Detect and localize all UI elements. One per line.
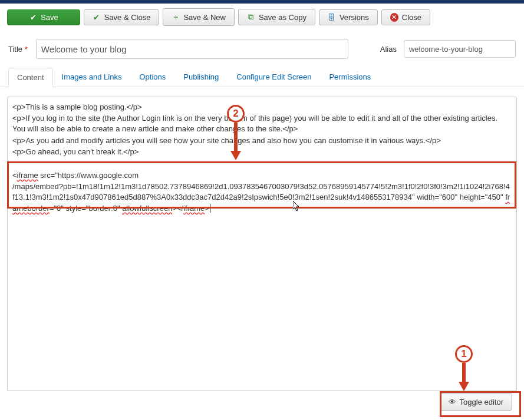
annotation-arrowhead-1 xyxy=(459,382,469,391)
required-star-icon: * xyxy=(25,45,28,54)
save-new-label: Save & New xyxy=(183,13,226,22)
eye-icon: 👁 xyxy=(449,398,456,406)
annotation-circle-1: 1 xyxy=(455,345,473,363)
tab-images-links[interactable]: Images and Links xyxy=(53,67,131,87)
close-button[interactable]: ✕ Close xyxy=(381,9,430,25)
source-editor[interactable]: <p>This is a sample blog posting.</p> <p… xyxy=(7,97,517,391)
annotation-arrowhead-2 xyxy=(230,151,241,160)
action-toolbar: ✔ Save ✔ Save & Close ＋ Save & New ⧉ Sav… xyxy=(0,4,524,28)
tab-content[interactable]: Content xyxy=(8,68,53,87)
editor-content[interactable]: <p>This is a sample blog posting.</p> <p… xyxy=(12,102,512,214)
editor-line: /maps/embed?pb=!1m18!1m12!1m3!1d78502.73… xyxy=(12,181,512,214)
copy-icon: ⧉ xyxy=(247,12,255,22)
tab-bar: Content Images and Links Options Publish… xyxy=(0,67,524,87)
check-icon: ✔ xyxy=(93,13,101,22)
alias-input[interactable] xyxy=(404,40,516,58)
spellcheck-underline: iframe xyxy=(17,171,38,180)
spellcheck-underline: iframe xyxy=(183,204,205,213)
editor-container: <p>This is a sample blog posting.</p> <p… xyxy=(0,87,524,393)
tab-permissions[interactable]: Permissions xyxy=(320,67,380,87)
text-caret xyxy=(210,204,210,213)
save-button-label: Save xyxy=(41,13,58,22)
annotation-circle-2: 2 xyxy=(227,105,245,123)
save-copy-button[interactable]: ⧉ Save as Copy xyxy=(238,9,315,25)
title-label: Title * xyxy=(8,45,28,54)
close-label: Close xyxy=(402,13,421,22)
editor-line: <p>As you add and modify articles you wi… xyxy=(12,135,512,146)
title-row: Title * Alias xyxy=(0,28,524,67)
check-icon: ✔ xyxy=(29,13,37,22)
save-copy-label: Save as Copy xyxy=(259,13,307,22)
save-close-label: Save & Close xyxy=(104,13,151,22)
tab-configure-edit[interactable]: Configure Edit Screen xyxy=(228,67,320,87)
editor-line: <p>Go ahead, you can't break it.</p> xyxy=(12,147,512,157)
plus-icon: ＋ xyxy=(172,12,180,22)
versions-label: Versions xyxy=(340,13,369,22)
annotation-arrow-1 xyxy=(462,363,466,383)
save-new-button[interactable]: ＋ Save & New xyxy=(163,8,235,26)
versions-button[interactable]: 🗄 Versions xyxy=(319,9,378,25)
title-input[interactable] xyxy=(36,39,348,59)
tab-options[interactable]: Options xyxy=(130,67,174,87)
annotation-arrow-2 xyxy=(234,123,238,152)
toggle-editor-label: Toggle editor xyxy=(460,398,503,406)
tab-publishing[interactable]: Publishing xyxy=(174,67,228,87)
save-button[interactable]: ✔ Save xyxy=(7,9,80,25)
editor-line: <p>This is a sample blog posting.</p> xyxy=(12,102,512,113)
save-close-button[interactable]: ✔ Save & Close xyxy=(84,9,160,25)
toggle-editor-button[interactable]: 👁 Toggle editor xyxy=(440,393,512,411)
alias-label: Alias xyxy=(380,45,397,54)
spellcheck-underline: allowfullscreen xyxy=(122,204,172,213)
editor-line: <iframe src="https://www.google.com xyxy=(12,170,512,181)
archive-icon: 🗄 xyxy=(328,13,336,22)
editor-line: <p>If you log in to the site (the Author… xyxy=(12,113,512,134)
close-icon: ✕ xyxy=(390,13,398,22)
